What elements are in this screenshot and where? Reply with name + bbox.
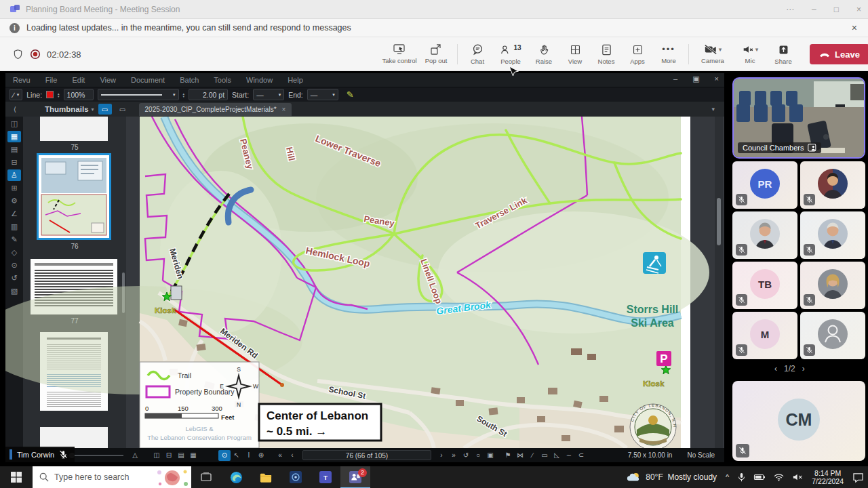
tab-close-icon[interactable]: × (282, 106, 286, 113)
window-minimize-icon[interactable]: – (812, 5, 816, 14)
line-style-dropdown[interactable]: ▾ (98, 89, 179, 100)
tray-wifi-icon[interactable] (774, 473, 784, 481)
thumbnail-size2-icon[interactable]: ▭ (116, 104, 130, 115)
start-button[interactable] (0, 466, 33, 488)
council-chambers-video[interactable]: Council Chambers (732, 77, 865, 159)
edge-button[interactable] (221, 466, 251, 488)
line-width-value[interactable]: 2.00 pt (189, 89, 228, 100)
tray-expand-icon[interactable]: ^ (726, 473, 729, 481)
participant-tile[interactable] (732, 211, 797, 259)
teams-meeting-button[interactable]: 2 (340, 466, 370, 488)
rail-spaces-icon[interactable]: ⊞ (7, 182, 21, 194)
opacity-value[interactable]: 100% (64, 89, 94, 100)
chat-button[interactable]: Chat (462, 38, 493, 70)
camera-button[interactable]: ▾ Camera (693, 38, 732, 70)
participant-tile[interactable] (800, 312, 865, 359)
teams-button[interactable]: T (311, 466, 340, 488)
flag-markup-icon[interactable]: ⚑ (502, 451, 514, 459)
thumbnail-page-partial[interactable] (40, 427, 108, 448)
revu-minimize-icon[interactable]: – (673, 75, 677, 83)
task-view-button[interactable] (191, 466, 221, 488)
rail-signatures-icon[interactable]: ✎ (7, 234, 21, 245)
raise-button[interactable]: Raise (528, 38, 559, 70)
polygon-markup-icon[interactable]: ◺ (551, 451, 563, 459)
window-more-icon[interactable]: ⋯ (786, 5, 794, 14)
thumbnail-page-75[interactable] (40, 117, 108, 141)
zoom-tool-icon[interactable]: ⊕ (255, 451, 267, 459)
document-scrollbar[interactable] (715, 117, 723, 448)
window-maximize-icon[interactable]: □ (834, 5, 839, 14)
rail-panel-access-icon[interactable]: ◫ (7, 118, 21, 129)
participant-tile[interactable]: M (732, 312, 797, 359)
menu-window[interactable]: Window (239, 76, 280, 84)
self-video-tile[interactable]: CM (732, 381, 865, 461)
first-page-icon[interactable]: « (274, 451, 286, 459)
rail-search-icon[interactable]: ⊙ (7, 260, 21, 271)
last-page-icon[interactable]: » (448, 451, 460, 459)
sync-views-icon[interactable]: ○ (472, 451, 484, 459)
thumbnails-panel-title[interactable]: Thumbnails (45, 105, 89, 113)
line-tool-dropdown[interactable]: ∕▾ (9, 89, 22, 100)
participant-tile[interactable] (800, 262, 865, 309)
prev-page-icon[interactable]: ‹ (286, 451, 298, 459)
rail-measurements-icon[interactable]: ∠ (7, 208, 21, 220)
participant-tile[interactable]: TB (732, 262, 797, 309)
participant-tile[interactable] (800, 161, 865, 209)
menu-revu[interactable]: Revu (5, 76, 38, 84)
start-style-dropdown[interactable]: —▾ (253, 89, 284, 100)
blue-app-button[interactable] (281, 466, 311, 488)
pdf-page[interactable]: P (140, 117, 690, 448)
dimension-markup-icon[interactable]: ⋈ (514, 451, 526, 459)
tab-overflow-icon[interactable]: ▾ (711, 106, 715, 113)
taskbar-search[interactable]: Type here to search (33, 466, 191, 488)
line-color-swatch[interactable] (46, 91, 54, 98)
rail-thumbnails-icon[interactable]: ▦ (7, 131, 21, 142)
document-tab[interactable]: 2025-2030_CIP_CompleteProjectMaterials* … (139, 103, 292, 116)
pagination-next-icon[interactable]: › (802, 364, 805, 373)
revu-close-icon[interactable]: × (715, 75, 719, 83)
tray-volume-muted-icon[interactable] (793, 473, 803, 481)
share-button[interactable]: Share (768, 38, 799, 70)
participant-tile[interactable]: PR (732, 161, 797, 209)
banner-close-icon[interactable]: × (852, 22, 857, 33)
menu-tools[interactable]: Tools (206, 76, 239, 84)
mic-button[interactable]: ▾ Mic (732, 38, 768, 70)
view-button[interactable]: View (559, 38, 591, 70)
more-button[interactable]: ••• More (653, 38, 684, 70)
snap-icon[interactable]: △ (129, 451, 141, 459)
cloud2-markup-icon[interactable]: ⊂ (575, 451, 587, 459)
pagination-prev-icon[interactable]: ‹ (774, 364, 777, 373)
line-markup-icon[interactable]: ∕ (526, 451, 538, 459)
document-area[interactable]: P (126, 117, 724, 448)
split-horizontal-icon[interactable]: ▤ (175, 451, 187, 459)
previous-view-icon[interactable]: ↺ (460, 451, 472, 459)
taskbar-clock[interactable]: 8:14 PM 7/22/2024 (812, 469, 844, 485)
people-button[interactable]: 13 People (493, 38, 528, 70)
split-vertical-icon[interactable]: ⊟ (163, 451, 175, 459)
panel-collapse-icon[interactable]: ⟨ (8, 104, 22, 115)
rail-file-attachments-icon[interactable]: ⊟ (7, 157, 21, 168)
rail-bookmarks-icon[interactable]: ▤ (7, 144, 21, 155)
thumbnails-chevron-icon[interactable]: ▾ (92, 106, 94, 113)
single-page-icon[interactable]: ◫ (151, 451, 163, 459)
rail-studio-icon[interactable]: ♙ (7, 169, 21, 181)
action-center-icon[interactable] (852, 472, 864, 483)
weather-widget[interactable]: 80°F Mostly cloudy (627, 472, 717, 483)
rail-properties-icon[interactable]: ⚙ (7, 195, 21, 207)
participant-tile[interactable] (800, 211, 865, 259)
select-tool-icon[interactable]: ↖ (231, 451, 243, 459)
cloud-markup-icon[interactable]: ∼ (563, 451, 575, 459)
take-control-button[interactable]: Take control (380, 38, 419, 70)
apps-button[interactable]: Apps (622, 38, 653, 70)
rail-recents-icon[interactable]: ↺ (7, 272, 21, 284)
page-indicator[interactable]: 76 (66 of 105) (302, 450, 431, 460)
thumbnail-size-icon[interactable]: ▭ (98, 104, 112, 115)
end-style-dropdown[interactable]: —▾ (307, 89, 338, 100)
autosize-icon[interactable]: ▣ (484, 451, 496, 459)
page-setup-icon[interactable]: ▦ (187, 451, 199, 459)
width-spinner[interactable]: ▴▾ (183, 92, 185, 98)
pan-tool-icon[interactable]: ⊙ (218, 450, 231, 461)
tray-battery-icon[interactable] (754, 474, 765, 481)
menu-file[interactable]: File (38, 76, 65, 84)
rail-shapes-icon[interactable]: ◇ (7, 247, 21, 258)
